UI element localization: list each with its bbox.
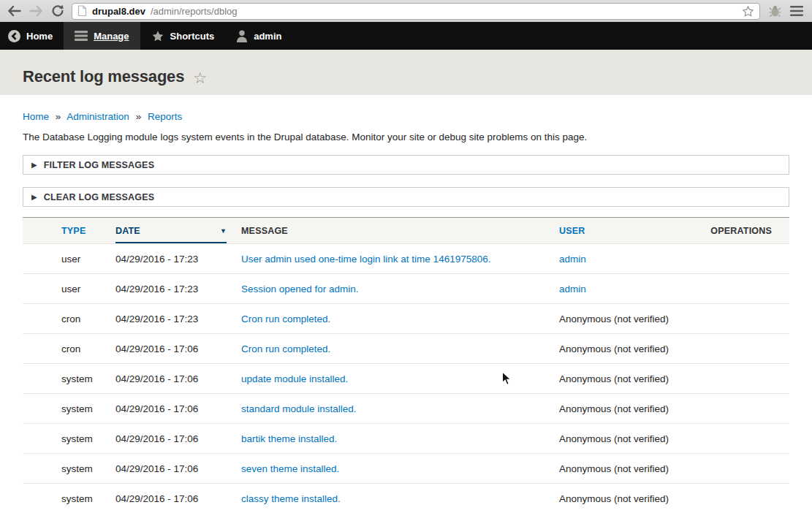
log-message-link[interactable]: classy theme installed. [241,493,341,504]
bookmark-star-button[interactable] [742,5,754,18]
manage-menu-icon [75,31,88,41]
forward-button[interactable] [28,3,44,19]
cell-user: Anonymous (not verified) [552,394,702,424]
sort-by-date-link[interactable]: DATE [115,226,140,236]
collapsed-arrow-icon: ▶ [31,193,37,201]
url-bar[interactable]: drupal8.dev /admin/reports/dblog [72,3,760,20]
user-link[interactable]: admin [559,254,586,265]
toolbar-item-shortcuts[interactable]: Shortcuts [140,22,226,50]
favorite-star-icon[interactable]: ☆ [193,70,207,86]
cell-operations [702,454,789,484]
cell-user: Anonymous (not verified) [552,304,702,334]
clear-log-messages-fieldset[interactable]: ▶ CLEAR LOG MESSAGES [23,187,789,207]
back-button[interactable] [6,3,22,19]
cell-type: system [23,424,108,454]
cell-message: bartik theme installed. [234,424,552,454]
cell-operations [702,274,789,304]
cell-message: User admin used one-time login link at t… [234,244,552,274]
shortcuts-star-icon [151,30,164,42]
browser-chrome: drupal8.dev /admin/reports/dblog [0,0,812,22]
toolbar-item-home[interactable]: Home [0,22,64,50]
log-message-link[interactable]: Session opened for admin. [241,284,359,294]
breadcrumb-reports-link[interactable]: Reports [148,111,182,122]
log-messages-table: TYPE DATE ▼ MESSAGE USER OPERATIONS user… [23,217,789,513]
cell-operations [702,484,789,513]
toolbar-item-admin-user[interactable]: admin [225,22,292,50]
toolbar-home-label: Home [26,31,53,42]
log-row: system04/29/2016 - 17:06seven theme inst… [23,454,789,484]
log-row: user04/29/2016 - 17:23Session opened for… [23,274,789,304]
log-message-link[interactable]: standard module installed. [241,403,357,414]
cell-type: cron [23,334,108,364]
cell-user: Anonymous (not verified) [552,364,702,394]
user-link[interactable]: admin [559,284,586,294]
sort-by-type-link[interactable]: TYPE [61,226,86,236]
cell-type: system [23,454,108,484]
toolbar-admin-label: admin [254,31,281,42]
toolbar-item-manage[interactable]: Manage [64,22,140,50]
log-message-link[interactable]: seven theme installed. [241,463,339,474]
cell-message: classy theme installed. [234,484,552,513]
log-row: cron04/29/2016 - 17:23Cron run completed… [23,304,789,334]
cell-type: cron [23,304,108,334]
filter-log-messages-fieldset[interactable]: ▶ FILTER LOG MESSAGES [23,155,789,175]
cell-type: user [23,244,108,274]
cell-user: Anonymous (not verified) [552,334,702,364]
page-icon [77,5,87,17]
toolbar-shortcuts-label: Shortcuts [170,31,215,42]
cell-user: Anonymous (not verified) [552,484,702,513]
column-header-operations: OPERATIONS [702,218,789,244]
page-description: The Database Logging module logs system … [23,132,789,142]
cell-date: 04/29/2016 - 17:06 [108,454,234,484]
cell-operations [702,334,789,364]
sort-by-user-link[interactable]: USER [559,226,585,236]
cell-operations [702,364,789,394]
cell-user: admin [552,244,702,274]
log-row: system04/29/2016 - 17:06update module in… [23,364,789,394]
column-header-message: MESSAGE [234,218,552,244]
column-header-user: USER [552,218,702,244]
user-icon [236,30,248,42]
cell-date: 04/29/2016 - 17:23 [108,274,234,304]
cell-message: Cron run completed. [234,304,552,334]
cell-user: Anonymous (not verified) [552,454,702,484]
cell-message: update module installed. [234,364,552,394]
extension-button[interactable] [769,5,781,18]
log-message-link[interactable]: Cron run completed. [241,314,330,324]
forward-arrow-icon [29,5,43,17]
log-row: system04/29/2016 - 17:06standard module … [23,394,789,424]
cell-date: 04/29/2016 - 17:23 [108,244,234,274]
breadcrumb-separator: » [136,111,142,122]
cell-date: 04/29/2016 - 17:06 [108,394,234,424]
log-row: system04/29/2016 - 17:06bartik theme ins… [23,424,789,454]
refresh-button[interactable] [50,3,66,19]
cell-message: Session opened for admin. [234,274,552,304]
bookmark-star-icon [742,5,754,18]
refresh-icon [51,4,64,18]
log-message-link[interactable]: User admin used one-time login link at t… [241,254,490,265]
cell-user: admin [552,274,702,304]
cell-type: user [23,274,108,304]
log-message-link[interactable]: update module installed. [241,373,348,384]
column-header-type: TYPE [23,218,108,244]
cell-operations [702,304,789,334]
url-domain: drupal8.dev [92,6,145,17]
cell-date: 04/29/2016 - 17:06 [108,424,234,454]
cell-date: 04/29/2016 - 17:06 [108,364,234,394]
cell-user: Anonymous (not verified) [552,424,702,454]
cell-operations [702,424,789,454]
cell-date: 04/29/2016 - 17:06 [108,484,234,513]
cell-date: 04/29/2016 - 17:06 [108,334,234,364]
sort-desc-arrow-icon: ▼ [220,227,227,235]
breadcrumb: Home » Administration » Reports [23,111,789,122]
browser-menu-button[interactable] [790,6,803,16]
log-message-link[interactable]: Cron run completed. [241,343,330,354]
extension-bug-icon [769,5,781,18]
log-message-link[interactable]: bartik theme installed. [241,433,337,444]
cell-type: system [23,394,108,424]
page-title-bar: Recent log messages ☆ [0,50,812,95]
breadcrumb-administration-link[interactable]: Administration [67,111,129,122]
breadcrumb-home-link[interactable]: Home [23,111,49,122]
page-title: Recent log messages [23,67,184,86]
cell-operations [702,244,789,274]
